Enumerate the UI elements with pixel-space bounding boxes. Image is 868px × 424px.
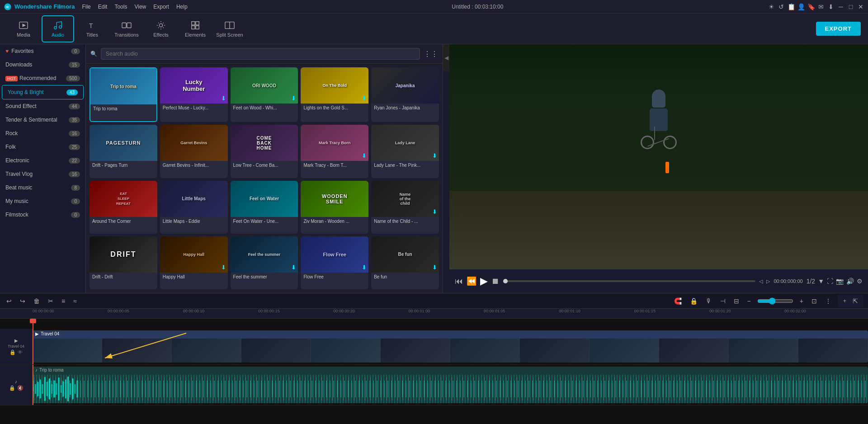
search-input[interactable] [101,48,420,60]
sidebar-item-electronic[interactable]: Electronic 22 [0,154,85,167]
lock-track-icon[interactable]: 🔒 [9,349,16,355]
mail-icon[interactable]: ✉ [817,3,825,10]
sidebar-item-folk[interactable]: Folk 25 [0,140,85,154]
more-button[interactable]: ⋮ [823,296,833,306]
volume-icon[interactable]: 🔊 [846,278,854,285]
audio-card-pages-turn[interactable]: PAGESTURN Drift - Pages Turn [90,125,157,178]
effects-tool-button[interactable]: Effects [145,15,177,42]
sidebar-item-sound-effect[interactable]: Sound Effect 44 [0,99,85,113]
audio-tool-button[interactable]: Audio [42,15,74,42]
dropdown-icon[interactable]: ▼ [818,278,824,285]
audio-card-feet-on-wood[interactable]: ORI WOOD ⬇ Feet on Wood - Whi... [231,67,298,122]
skip-back-button[interactable]: ⏮ [455,277,463,286]
menu-edit[interactable]: Edit [98,4,108,10]
zoom-slider[interactable] [757,297,793,305]
audio-card-lights-gold[interactable]: On The Bold ⬇ Lights on the Gold S... [301,67,368,122]
sidebar-item-beat-music[interactable]: Beat music 8 [0,181,85,194]
media-tool-button[interactable]: Media [7,15,40,42]
menu-help[interactable]: Help [176,4,188,10]
stop-button[interactable]: ⏹ [491,277,500,286]
sun-icon[interactable]: ☀ [768,3,775,10]
menu-export[interactable]: Export [153,4,169,10]
zoom-in-button[interactable]: + [798,296,805,306]
user-icon[interactable]: 👤 [797,3,805,10]
waveform-button[interactable]: ≈ [71,296,79,306]
zoom-out-button[interactable]: − [745,296,753,306]
export-button[interactable]: EXPORT [816,22,861,36]
add-track-button[interactable]: + [841,296,848,306]
menu-bar: File Edit Tools View Export Help [82,4,187,10]
sidebar-item-tender-sentimental[interactable]: Tender & Sentimental 35 [0,113,85,127]
titles-tool-button[interactable]: T Titles [76,15,108,42]
panel-collapse-button[interactable]: ◀ [443,44,449,71]
maximize-button[interactable]: □ [847,3,854,10]
audio-card-infinit[interactable]: Garret Bevins Garret Bevins - Infinit... [160,125,228,178]
sidebar-item-recommended[interactable]: HOTRecommended 500 [0,71,85,85]
transitions-tool-button[interactable]: Transitions [110,15,143,42]
audio-card-lucky-number[interactable]: LuckyNumber ⬇ Perfect Muse - Lucky... [160,67,228,122]
menu-file[interactable]: File [82,4,90,10]
audio-card-name-child[interactable]: Nameof thechild ⬇ Name of the Child - ..… [371,181,439,234]
sidebar-item-rock[interactable]: Rock 16 [0,127,85,140]
delete-button[interactable]: 🗑 [32,296,42,306]
sidebar-item-my-music[interactable]: My music 0 [0,194,85,208]
sidebar-item-downloads[interactable]: Downloads 15 [0,58,85,71]
mic-button[interactable]: 🎙 [704,296,714,306]
audio-card-happy-hall[interactable]: Happy Hall ⬇ Happy Hall [160,236,228,289]
audio-card-trip-to-roma[interactable]: Trip to roma Trip to roma [90,67,157,122]
audio-card-feel-summer[interactable]: Feel the summer ⬇ Feel the summer [231,236,298,289]
audio-card-little-maps[interactable]: Little Maps Little Maps - Eddie [160,181,228,234]
step-back-button[interactable]: ⏪ [467,276,476,286]
sidebar-item-travel-vlog[interactable]: Travel Vlog 16 [0,167,85,181]
split-screen-tool-button[interactable]: Split Screen [213,15,246,42]
menu-tools[interactable]: Tools [114,4,127,10]
eye-track-icon[interactable]: 👁 [18,349,23,355]
lock-button[interactable]: 🔒 [688,296,699,306]
mute-audio-icon[interactable]: 🔇 [17,385,24,391]
preview-video [449,44,868,269]
menu-view[interactable]: View [134,4,146,10]
select-tool-button[interactable]: ⇱ [851,296,860,306]
audio-card-flow-free[interactable]: Flow Free ⬇ Flow Free [301,236,368,289]
progress-bar[interactable] [503,280,755,282]
bookmark-icon[interactable]: 🔖 [807,3,815,10]
fullscreen-icon[interactable]: ⛶ [827,278,833,285]
audio-card-lady-lane[interactable]: Lady Lane ⬇ Lady Lane - The Pink... [371,125,439,178]
screenshot-icon[interactable]: 📷 [836,278,844,285]
sidebar-item-favorites[interactable]: ♥Favorites 0 [0,44,85,58]
undo-button[interactable]: ↩ [5,296,14,306]
audio-card-wooden-smile[interactable]: WOODENSMILE Ziv Moran - Wooden ... [301,181,368,234]
audio-card-be-fun[interactable]: Be fun ⬇ Be fun [371,236,439,289]
properties-button[interactable]: ≡ [60,296,67,306]
audio-card-drift[interactable]: DRIFT Drift - Drift [90,236,157,289]
grid-icon[interactable]: ⋮⋮ [424,50,438,58]
time-left-marker: ◁ [759,278,763,284]
audio-card-feet-on-water[interactable]: Feel on Water Feet On Water - Une... [231,181,298,234]
refresh-icon[interactable]: ↺ [778,3,785,10]
play-button[interactable]: ▶ [480,275,488,287]
settings-icon[interactable]: ⚙ [857,278,863,285]
redo-button[interactable]: ↪ [18,296,27,306]
svg-rect-10 [192,21,195,24]
split-view-button[interactable]: ⊟ [732,296,741,306]
sidebar-item-young-bright[interactable]: Young & Bright 43 [2,85,84,99]
lock-audio-icon[interactable]: 🔒 [9,385,15,391]
download-icon[interactable]: ⬇ [827,3,835,10]
trim-button[interactable]: ⊣ [718,296,727,306]
fit-button[interactable]: ⊡ [810,296,819,306]
audio-card-come-back[interactable]: COMEBACKHOME Low Tree - Come Ba... [231,125,298,178]
search-icon: 🔍 [90,51,97,57]
audio-card-japanika[interactable]: Japanika Ryan Jones - Japanika [371,67,439,122]
elements-tool-button[interactable]: Elements [179,15,212,42]
snap-button[interactable]: 🧲 [672,296,684,306]
sidebar-item-filmstock[interactable]: Filmstock 0 [0,208,85,221]
audio-clip[interactable]: ♪Trip to roma // Generate waveform bars [33,367,868,403]
video-track-controls: 🔒 👁 [9,349,23,355]
audio-card-around-corner[interactable]: EATSLEEPREPEAT Around The Corner [90,181,157,234]
clipboard-icon[interactable]: 📋 [788,3,795,10]
minimize-button[interactable]: ─ [837,3,844,10]
audio-card-mark-tracy[interactable]: Mark Tracy Born ⬇ Mark Tracy - Born T... [301,125,368,178]
cut-button[interactable]: ✂ [46,296,55,306]
close-button[interactable]: ✕ [857,3,864,10]
svg-text:T: T [89,22,93,29]
